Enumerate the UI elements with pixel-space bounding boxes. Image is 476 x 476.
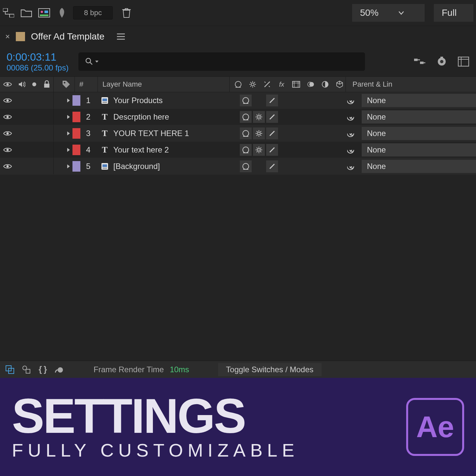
parent-pickwhip-icon[interactable] [347,146,356,154]
layer-color-swatch[interactable] [72,95,80,106]
rocket-icon[interactable] [56,7,68,19]
flowchart-icon[interactable] [3,7,14,19]
trash-icon[interactable] [121,7,132,19]
visibility-toggle[interactable] [0,98,15,103]
graph-editor-icon[interactable] [414,56,426,68]
collapse-switch[interactable] [253,95,265,106]
frameblend-switch[interactable] [293,160,304,172]
motionblur-switch[interactable] [306,160,318,172]
braces-icon[interactable]: { } [38,364,48,375]
3d-switch[interactable] [332,160,344,172]
3d-header-icon[interactable] [334,78,346,90]
frameblend-switch[interactable] [293,111,304,123]
adjustment-switch[interactable] [319,160,331,172]
frameblend-switch[interactable] [293,144,304,156]
quality-switch[interactable] [266,95,278,106]
shy-switch[interactable] [240,144,252,156]
solo-header-icon[interactable] [32,82,37,87]
quality-header-icon[interactable] [261,78,273,90]
shapes-footer-icon[interactable] [21,364,32,375]
layer-row[interactable]: 4TYour text here 2None [0,142,476,158]
visibility-toggle[interactable] [0,114,15,120]
layer-name[interactable]: YOUR TEXT HERE 1 [113,129,238,138]
frameblend-switch[interactable] [293,95,304,106]
collapse-switch[interactable] [253,160,265,172]
layer-row[interactable]: 2TDescrption hereNone [0,109,476,125]
adjustment-header-icon[interactable] [319,78,331,90]
visibility-toggle[interactable] [0,147,15,153]
fx-switch[interactable] [279,111,291,123]
collapse-switch[interactable] [253,144,265,156]
layer-name[interactable]: Your Products [113,96,238,105]
comp-icon[interactable] [38,7,50,19]
layer-row[interactable]: 3TYOUR TEXT HERE 1None [0,125,476,142]
shy-header-icon[interactable] [232,78,244,90]
quality-switch[interactable] [266,160,278,172]
adjustment-switch[interactable] [319,95,331,106]
panel-menu-icon[interactable] [115,31,127,42]
render-queue-icon[interactable] [436,56,448,68]
snail-icon[interactable] [54,364,65,375]
zoom-dropdown[interactable]: 50% [352,4,425,22]
layer-color-swatch[interactable] [72,145,80,155]
quality-switch[interactable] [266,144,278,156]
fx-switch[interactable] [279,127,291,139]
layer-name[interactable]: Descrption here [113,112,238,122]
layer-search-input[interactable] [78,52,365,71]
layer-color-swatch[interactable] [72,112,80,122]
motionblur-switch[interactable] [306,95,318,106]
expand-toggle[interactable] [58,114,72,120]
column-layername-header[interactable]: Layer Name [98,77,229,92]
motionblur-header-icon[interactable] [305,78,317,90]
3d-switch[interactable] [332,111,344,123]
label-header-icon[interactable] [62,80,70,89]
audio-header-icon[interactable] [18,81,25,88]
parent-dropdown[interactable]: None [362,94,476,107]
timecode-main[interactable]: 0:00:03:11 [7,51,69,63]
parent-pickwhip-icon[interactable] [347,129,356,138]
layer-row[interactable]: 1Your ProductsNone [0,92,476,109]
expand-toggle[interactable] [58,164,72,169]
fx-switch[interactable] [279,144,291,156]
motionblur-switch[interactable] [306,127,318,139]
layer-color-swatch[interactable] [72,128,80,139]
folder-icon[interactable] [20,7,32,19]
motionblur-switch[interactable] [306,111,318,123]
quality-switch[interactable] [266,111,278,123]
bit-depth-selector[interactable]: 8 bpc [73,6,113,19]
fx-header-icon[interactable]: fx [276,78,288,90]
column-number-header[interactable]: # [74,77,98,92]
layer-name[interactable]: Your text here 2 [113,145,238,154]
collapse-switch[interactable] [253,127,265,139]
3d-switch[interactable] [332,127,344,139]
3d-switch[interactable] [332,95,344,106]
collapse-switch[interactable] [253,111,265,123]
collapse-header-icon[interactable] [247,78,259,90]
expand-toggle[interactable] [58,98,72,103]
parent-pickwhip-icon[interactable] [347,162,356,171]
shy-switch[interactable] [240,160,252,172]
parent-dropdown[interactable]: None [362,110,476,124]
shy-switch[interactable] [240,127,252,139]
layer-row[interactable]: 5[Background]None [0,158,476,175]
visibility-toggle[interactable] [0,130,15,136]
fx-switch[interactable] [279,160,291,172]
quality-switch[interactable] [266,127,278,139]
3d-switch[interactable] [332,144,344,156]
parent-dropdown[interactable]: None [362,143,476,156]
frameblend-header-icon[interactable] [290,78,302,90]
visibility-header-icon[interactable] [3,81,12,87]
comp-tab-title[interactable]: Offer Ad Template [31,31,104,42]
close-tab-icon[interactable]: × [5,32,10,41]
layer-color-swatch[interactable] [72,161,80,172]
expand-toggle[interactable] [58,131,72,136]
column-parent-header[interactable]: Parent & Lin [346,77,476,92]
toggle-switches-button[interactable]: Toggle Switches / Modes [218,363,321,376]
resolution-dropdown[interactable]: Full [434,4,473,22]
composite-icon[interactable] [5,364,15,375]
expand-toggle[interactable] [58,147,72,153]
comp-flowchart-icon[interactable] [458,56,469,68]
adjustment-switch[interactable] [319,111,331,123]
lock-header-icon[interactable] [43,80,50,88]
shy-switch[interactable] [240,111,252,123]
